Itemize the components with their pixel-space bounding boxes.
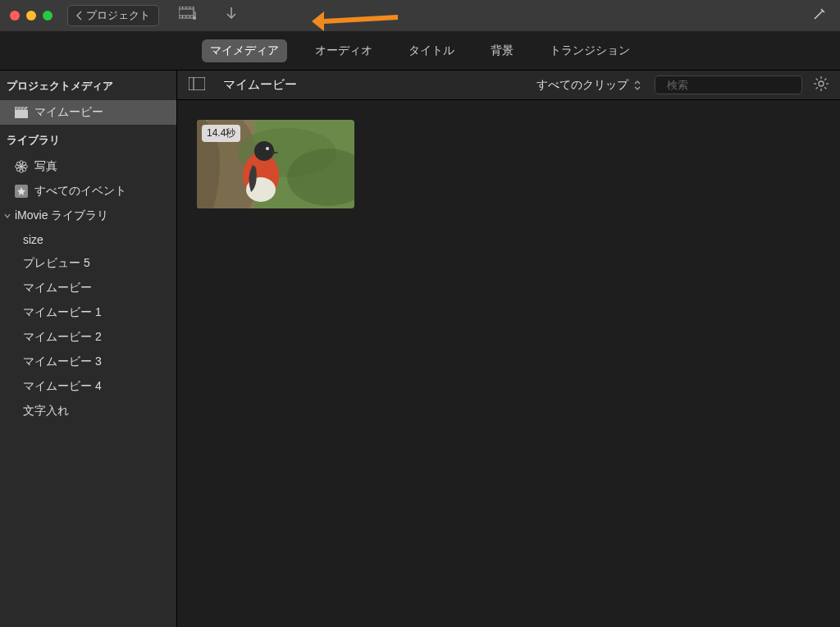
sidebar-item-my-movie[interactable]: マイムービー (0, 100, 176, 125)
svg-line-34 (816, 78, 818, 80)
svg-rect-25 (189, 77, 205, 90)
svg-point-15 (20, 165, 23, 168)
sidebar-item-label: 文字入れ (23, 404, 69, 419)
sidebar-item-label: マイムービー (34, 105, 103, 120)
chevron-down-icon (3, 212, 11, 220)
sidebar-item-label: マイムービー 3 (23, 355, 102, 369)
back-button-label: プロジェクト (86, 8, 150, 23)
tab-transitions[interactable]: トランジション (541, 39, 638, 62)
content-toolbar: マイムービー すべてのクリップ (177, 71, 840, 100)
clip-filter-dropdown[interactable]: すべてのクリップ (533, 76, 645, 94)
sidebar-item-all-events[interactable]: すべてのイベント (0, 179, 176, 204)
titlebar-right-control[interactable] (809, 5, 830, 27)
download-arrow-icon (225, 7, 238, 21)
search-input[interactable] (667, 79, 805, 91)
media-tabs: マイメディア オーディオ タイトル 背景 トランジション (0, 31, 840, 71)
filmstrip-music-icon (179, 7, 199, 21)
close-window-button[interactable] (10, 11, 20, 21)
wand-icon (812, 7, 827, 21)
svg-line-36 (816, 87, 818, 89)
svg-point-46 (266, 147, 269, 150)
svg-point-29 (819, 81, 824, 86)
sidebar-item-label: マイムービー 4 (23, 379, 102, 394)
sidebar: プロジェクトメディア マイムービー ライブラリ 写真 すべてのイベント iMov… (0, 71, 177, 627)
download-import-button[interactable] (218, 3, 244, 28)
sidebar-library-item[interactable]: マイムービー 1 (0, 300, 176, 325)
sidebar-item-label: マイムービー 2 (23, 330, 102, 345)
sidebar-item-imovie-library[interactable]: iMovie ライブラリ (0, 204, 176, 228)
clip-duration-badge: 14.4秒 (202, 125, 240, 142)
sidebar-library-item[interactable]: 文字入れ (0, 399, 176, 423)
svg-line-35 (824, 87, 826, 89)
clip-filter-label: すべてのクリップ (536, 78, 628, 93)
media-import-button[interactable] (172, 3, 205, 28)
chevron-left-icon (76, 11, 83, 21)
sidebar-library-item[interactable]: マイムービー 4 (0, 374, 176, 399)
sidebar-layout-icon (189, 77, 205, 90)
sidebar-library-item[interactable]: size (0, 228, 176, 251)
clip-thumbnail[interactable]: 14.4秒 (197, 120, 354, 208)
gear-icon (814, 76, 829, 91)
sidebar-section-library: ライブラリ (0, 125, 176, 154)
fullscreen-window-button[interactable] (43, 11, 52, 21)
sidebar-item-label: マイムービー (23, 281, 92, 295)
content-area: マイムービー すべてのクリップ (177, 71, 840, 627)
star-box-icon (15, 185, 28, 198)
updown-chevron-icon (633, 80, 641, 91)
sidebar-item-label: size (23, 233, 43, 246)
sidebar-library-item[interactable]: マイムービー 3 (0, 350, 176, 374)
sidebar-item-label: iMovie ライブラリ (15, 208, 108, 223)
sidebar-item-label: マイムービー 1 (23, 305, 102, 320)
clapperboard-icon (15, 107, 28, 118)
sidebar-item-label: 写真 (34, 159, 57, 174)
clip-grid: 14.4秒 (177, 100, 840, 627)
tab-titles[interactable]: タイトル (400, 39, 463, 62)
tab-audio[interactable]: オーディオ (307, 39, 381, 62)
sidebar-section-project-media: プロジェクトメディア (0, 71, 176, 100)
tab-my-media[interactable]: マイメディア (202, 39, 287, 62)
flower-icon (15, 160, 28, 173)
titlebar: プロジェクト (0, 0, 840, 31)
minimize-window-button[interactable] (26, 11, 36, 21)
sidebar-library-item[interactable]: マイムービー (0, 276, 176, 300)
content-title: マイムービー (223, 77, 297, 93)
sidebar-item-photos[interactable]: 写真 (0, 154, 176, 179)
window-controls (10, 11, 52, 21)
svg-rect-11 (15, 110, 28, 118)
back-to-projects-button[interactable]: プロジェクト (67, 5, 159, 26)
settings-gear-button[interactable] (812, 75, 830, 96)
sidebar-library-item[interactable]: プレビュー 5 (0, 251, 176, 276)
svg-point-45 (254, 141, 274, 161)
search-box[interactable] (655, 76, 802, 94)
tab-backgrounds[interactable]: 背景 (482, 39, 522, 62)
sidebar-library-item[interactable]: マイムービー 2 (0, 325, 176, 350)
sidebar-item-label: すべてのイベント (34, 184, 126, 199)
layout-toggle-button[interactable] (187, 76, 207, 95)
svg-line-37 (824, 78, 826, 80)
sidebar-item-label: プレビュー 5 (23, 256, 90, 271)
svg-point-9 (193, 16, 196, 20)
